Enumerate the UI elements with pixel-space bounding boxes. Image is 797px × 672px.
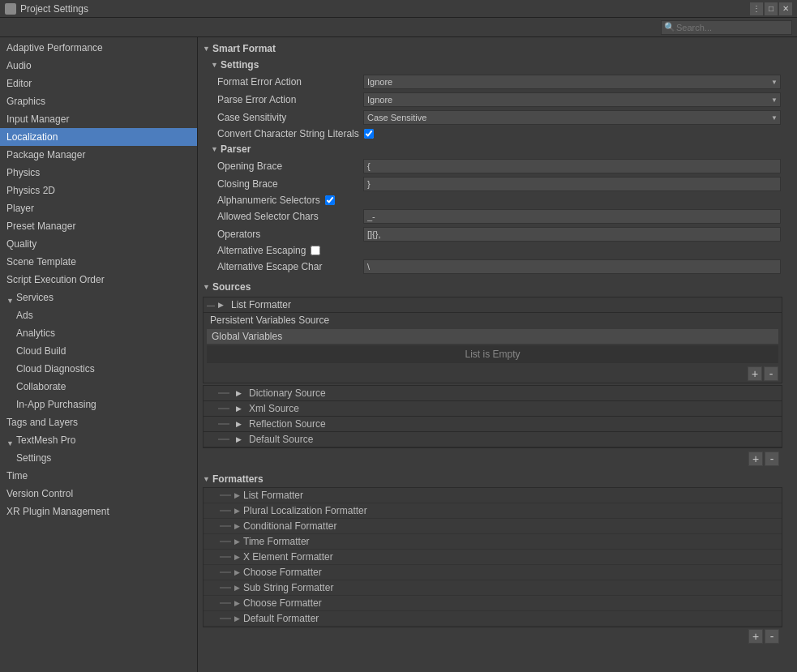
sources-add-btn[interactable]: +	[748, 452, 763, 466]
list-formatter-container: — ▶ List Formatter Persistent Variables …	[203, 297, 782, 383]
sidebar-item-cloud-diagnostics[interactable]: Cloud Diagnostics	[0, 360, 197, 378]
sidebar-item-player[interactable]: Player	[0, 199, 197, 217]
sources-remove-btn[interactable]: -	[765, 452, 779, 466]
sidebar-item-tags-and-layers[interactable]: Tags and Layers	[0, 413, 197, 431]
alt-escaping-row: Alternative Escaping	[198, 243, 787, 258]
close-btn[interactable]: ✕	[779, 2, 792, 15]
alphanumeric-label: Alphanumeric Selectors	[217, 195, 320, 206]
f3-triangle: ▶	[234, 537, 240, 546]
default-triangle[interactable]: ▶	[236, 435, 244, 443]
sidebar-item-editor[interactable]: Editor	[0, 75, 197, 92]
services-label: Services	[16, 290, 54, 305]
dictionary-triangle[interactable]: ▶	[236, 389, 244, 397]
f5-label: Choose Formatter	[243, 567, 322, 578]
sidebar-item-adaptive-performance[interactable]: Adaptive Performance	[0, 39, 197, 57]
convert-char-checkbox[interactable]	[364, 129, 374, 139]
sidebar-item-input-manager[interactable]: Input Manager	[0, 110, 197, 128]
sidebar-item-physics-2d[interactable]: Physics 2D	[0, 182, 197, 199]
parser-subheader[interactable]: ▼ Parser	[198, 141, 787, 157]
settings-subheader[interactable]: ▼ Settings	[198, 57, 787, 73]
sidebar-item-scene-template[interactable]: Scene Template	[0, 253, 197, 271]
alt-escape-char-input[interactable]	[363, 259, 781, 274]
list-formatter-row: — ▶ List Formatter	[204, 297, 782, 313]
sidebar-item-settings-tmp[interactable]: Settings	[0, 449, 197, 467]
f1-triangle: ▶	[234, 507, 240, 515]
list-formatter-remove-btn[interactable]: -	[764, 366, 778, 381]
formatter-plural-localization: ▶ Plural Localization Formatter	[204, 503, 782, 519]
f0-dash	[220, 494, 231, 496]
f4-label: X Element Formatter	[243, 551, 333, 563]
list-formatter-add-btn[interactable]: +	[748, 366, 762, 381]
menu-btn[interactable]: ⋮	[750, 2, 763, 15]
parse-error-action-select[interactable]: Ignore ThrowError OutputErrorInResult	[363, 92, 781, 107]
sidebar-item-in-app-purchasing[interactable]: In-App Purchasing	[0, 396, 197, 413]
sidebar-item-analytics[interactable]: Analytics	[0, 324, 197, 342]
format-error-action-value: Ignore ThrowError OutputErrorInResult	[363, 75, 781, 89]
sources-header[interactable]: ▼ Sources	[198, 279, 787, 295]
format-error-action-select[interactable]: Ignore ThrowError OutputErrorInResult	[363, 75, 781, 89]
parser-triangle: ▼	[211, 145, 219, 153]
f2-triangle: ▶	[234, 522, 240, 530]
alt-escape-char-label: Alternative Escape Char	[217, 261, 363, 272]
f5-triangle: ▶	[234, 568, 240, 576]
textmesh-triangle: ▼	[6, 436, 15, 444]
sidebar-group-textmesh-pro[interactable]: ▼ TextMesh Pro	[0, 431, 197, 449]
sources-list: ▶ Dictionary Source ▶ Xml Source ▶ Refle…	[203, 385, 782, 448]
sidebar-item-time[interactable]: Time	[0, 467, 197, 485]
list-formatter-triangle[interactable]: ▶	[218, 301, 226, 309]
sidebar-item-package-manager[interactable]: Package Manager	[0, 146, 197, 164]
sidebar-item-localization[interactable]: Localization	[0, 128, 197, 146]
closing-brace-input[interactable]	[363, 177, 781, 191]
f8-triangle: ▶	[234, 614, 240, 623]
sidebar-item-collaborate[interactable]: Collaborate	[0, 378, 197, 396]
case-sensitivity-select[interactable]: Case Sensitive Case Insensitive	[363, 110, 781, 125]
formatters-triangle: ▼	[203, 475, 211, 483]
case-sensitivity-label: Case Sensitivity	[217, 112, 363, 123]
xml-triangle[interactable]: ▶	[236, 404, 244, 413]
f7-label: Choose Formatter	[243, 597, 322, 609]
sidebar-item-cloud-build[interactable]: Cloud Build	[0, 342, 197, 360]
alt-escaping-checkbox[interactable]	[311, 246, 320, 255]
formatters-header[interactable]: ▼ Formatters	[198, 471, 787, 487]
f0-label: List Formatter	[243, 490, 303, 501]
default-dash	[218, 439, 229, 440]
xml-dash	[218, 408, 229, 409]
smart-format-header[interactable]: ▼ Smart Format	[198, 41, 787, 57]
opening-brace-label: Opening Brace	[217, 161, 363, 172]
parse-error-action-row: Parse Error Action Ignore ThrowError Out…	[198, 91, 787, 109]
dictionary-dash	[218, 392, 229, 394]
sidebar-group-services[interactable]: ▼ Services	[0, 289, 197, 306]
formatters-remove-btn[interactable]: -	[765, 629, 779, 644]
f1-dash	[220, 510, 231, 511]
f7-triangle: ▶	[234, 599, 240, 607]
reflection-triangle[interactable]: ▶	[236, 420, 244, 428]
opening-brace-input[interactable]	[363, 159, 781, 173]
sidebar-item-version-control[interactable]: Version Control	[0, 485, 197, 503]
formatters-add-btn[interactable]: +	[748, 629, 763, 644]
alphanumeric-checkbox[interactable]	[325, 195, 335, 205]
sidebar-item-ads[interactable]: Ads	[0, 306, 197, 324]
sidebar-item-graphics[interactable]: Graphics	[0, 92, 197, 110]
sidebar-item-script-execution-order[interactable]: Script Execution Order	[0, 271, 197, 289]
sidebar-item-physics[interactable]: Physics	[0, 164, 197, 182]
operators-input[interactable]	[363, 227, 781, 242]
parser-label: Parser	[221, 143, 251, 155]
sidebar-item-xr-plugin-management[interactable]: XR Plugin Management	[0, 503, 197, 520]
search-input[interactable]	[661, 20, 792, 35]
sidebar-item-preset-manager[interactable]: Preset Manager	[0, 217, 197, 235]
global-vars-label: Global Variables	[207, 329, 778, 344]
search-icon: 🔍	[664, 22, 675, 32]
alphanumeric-row: Alphanumeric Selectors	[198, 193, 787, 208]
maximize-btn[interactable]: □	[765, 2, 778, 15]
formatter-default: ▶ Default Formatter	[204, 611, 782, 627]
list-formatter-controls: + -	[204, 365, 782, 383]
list-formatter-dash: —	[207, 301, 215, 310]
sidebar-item-quality[interactable]: Quality	[0, 235, 197, 253]
alt-escape-char-row: Alternative Escape Char	[198, 258, 787, 276]
f8-dash	[220, 618, 231, 619]
sidebar-item-audio[interactable]: Audio	[0, 57, 197, 75]
operators-row: Operators	[198, 225, 787, 243]
reflection-source-row: ▶ Reflection Source	[204, 417, 782, 432]
allowed-selector-input[interactable]	[363, 209, 781, 224]
xml-source-label: Xml Source	[249, 403, 299, 414]
